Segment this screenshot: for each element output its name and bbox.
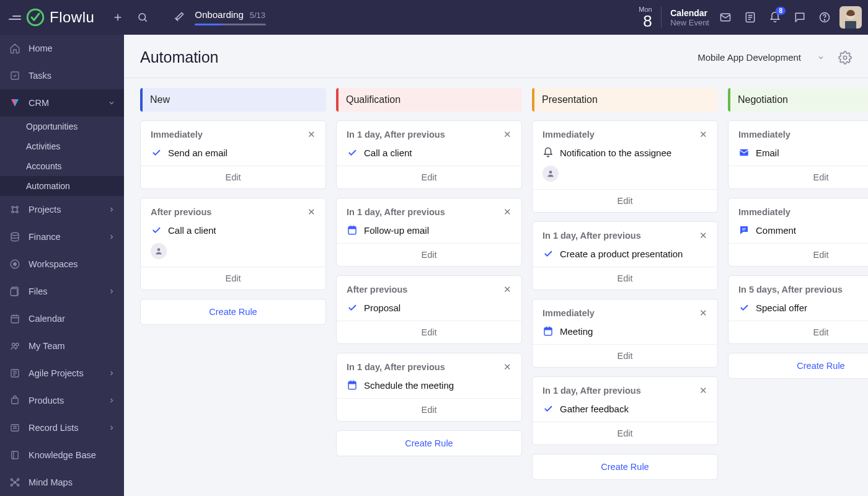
sidebar-item-tasks[interactable]: Tasks [0,62,124,89]
sidebar: HomeTasksCRMOpportunitiesActivitiesAccou… [0,35,124,496]
card-close-icon[interactable]: ✕ [699,130,707,139]
records-icon [9,422,21,434]
calendar-date-widget[interactable]: Mon 8 Calendar New Event [639,6,713,29]
add-button[interactable] [105,5,130,30]
card-close-icon[interactable]: ✕ [503,362,512,371]
sidebar-item-agile-projects[interactable]: Agile Projects [0,360,124,387]
automation-card: ✕In 1 day, After previousSchedule the me… [336,353,522,422]
sidebar-item-workspaces[interactable]: Workspaces [0,250,124,278]
chevron-right-icon [108,424,115,432]
project-name: Mobile App Development [698,52,801,63]
sidebar-item-finance[interactable]: Finance [0,223,124,250]
check-icon [347,302,358,313]
column-header: New [140,88,326,112]
sidebar-item-projects[interactable]: Projects [0,196,124,223]
card-action: Notification to the assignee [533,147,717,166]
card-close-icon[interactable]: ✕ [308,130,316,139]
sidebar-item-calendar[interactable]: Calendar [0,305,124,332]
card-action: Follow-up email [337,224,521,243]
main-area: Automation Mobile App Development New✕Im… [124,35,868,496]
card-edit-button[interactable]: Edit [337,398,521,421]
check-icon [347,147,358,158]
card-edit-button[interactable]: Edit [533,422,717,445]
notifications-icon[interactable]: 8 [763,5,787,30]
automation-card: ✕In 1 day, After previousCreate a produc… [532,221,718,290]
card-edit-button[interactable]: Edit [728,321,868,343]
inbox-icon[interactable] [713,5,738,30]
chevron-right-icon [108,288,115,295]
card-close-icon[interactable]: ✕ [503,130,512,139]
card-close-icon[interactable]: ✕ [699,308,707,317]
sidebar-item-files[interactable]: Files [0,278,124,305]
card-close-icon[interactable]: ✕ [503,207,512,216]
card-close-icon[interactable]: ✕ [503,285,512,294]
card-edit-button[interactable]: Edit [337,166,521,188]
card-edit-button[interactable]: Edit [533,189,717,212]
card-action: Schedule the meeting [337,379,521,398]
card-edit-button[interactable]: Edit [533,344,717,367]
automation-card: ✕After previousProposalEdit [336,275,522,344]
card-timing: Immediately [738,207,868,217]
card-edit-button[interactable]: Edit [337,243,521,266]
settings-icon[interactable] [838,51,852,64]
search-button[interactable] [130,5,155,30]
card-edit-button[interactable]: Edit [141,267,326,290]
sidebar-item-knowledge-base[interactable]: Knowledge Base [0,441,124,469]
card-timing: After previous [347,285,503,294]
chat-icon[interactable] [787,5,812,30]
sidebar-item-my-team[interactable]: My Team [0,332,124,360]
card-action: Call a client [337,147,521,166]
sidebar-subitem-accounts[interactable]: Accounts [0,156,124,176]
card-timing: In 1 day, After previous [347,362,503,372]
sidebar-subitem-opportunities[interactable]: Opportunities [0,117,124,136]
column-qualification: Qualification✕In 1 day, After previousCa… [336,88,522,486]
kb-icon [9,449,21,461]
sidebar-subitem-activities[interactable]: Activities [0,136,124,156]
card-edit-button[interactable]: Edit [141,166,326,188]
projects-icon [9,203,21,216]
notes-icon[interactable] [738,5,763,30]
sidebar-item-record-lists[interactable]: Record Lists [0,414,124,441]
card-action: Proposal [337,302,521,321]
sidebar-item-label: Mind Maps [29,477,115,487]
create-rule-button[interactable]: Create Rule [728,353,868,379]
sidebar-subitem-label: Accounts [26,161,115,171]
onboarding-widget[interactable]: Onboarding 5/13 [195,9,266,25]
card-timing: In 1 day, After previous [347,130,503,140]
pin-icon[interactable] [166,5,191,30]
create-rule-button[interactable]: Create Rule [532,454,718,480]
sidebar-item-products[interactable]: Products [0,387,124,414]
create-rule-button[interactable]: Create Rule [336,430,522,456]
sidebar-item-label: Agile Projects [29,368,100,378]
card-close-icon[interactable]: ✕ [699,231,707,240]
sidebar-subitem-label: Activities [26,141,115,151]
sidebar-item-home[interactable]: Home [0,35,124,62]
card-close-icon[interactable]: ✕ [699,386,707,395]
create-rule-button[interactable]: Create Rule [140,299,326,325]
sidebar-subitem-automation[interactable]: Automation [0,176,124,196]
app-logo[interactable]: Flowlu [26,8,94,27]
help-icon[interactable] [812,5,837,30]
mail-icon [738,147,750,158]
svg-point-19 [12,343,16,347]
products-icon [9,394,21,407]
comment-icon [738,224,750,236]
card-edit-button[interactable]: Edit [728,166,868,188]
card-timing: Immediately [542,130,699,140]
sidebar-item-mind-maps[interactable]: Mind Maps [0,469,124,496]
sidebar-item-label: Tasks [29,71,115,81]
card-edit-button[interactable]: Edit [337,321,521,343]
card-timing: Immediately [738,130,868,140]
card-edit-button[interactable]: Edit [728,243,868,266]
menu-toggle-icon[interactable] [9,16,21,20]
card-close-icon[interactable]: ✕ [308,207,316,216]
new-event-link[interactable]: New Event [670,18,709,27]
project-selector[interactable]: Mobile App Development [698,52,825,63]
svg-rect-22 [12,398,19,404]
sidebar-item-label: Record Lists [29,423,100,433]
sidebar-item-crm[interactable]: CRM [0,89,124,117]
user-avatar[interactable] [839,6,862,29]
card-edit-button[interactable]: Edit [533,267,717,290]
svg-point-20 [16,343,19,347]
svg-point-5 [824,20,825,20]
